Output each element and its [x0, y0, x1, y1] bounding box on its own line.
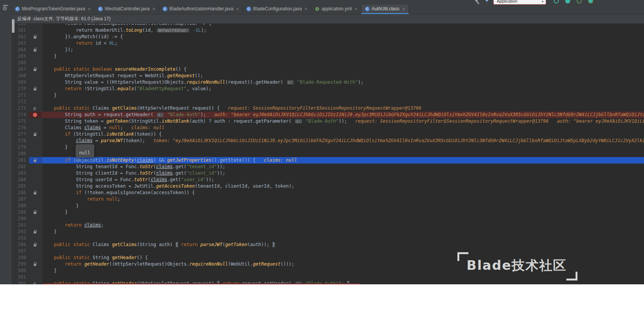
gutter[interactable]: @ [29, 280, 42, 284]
code-line-264[interactable]: 264 }); [11, 47, 644, 53]
scrollbar-thumb[interactable] [12, 19, 15, 33]
code-line-276[interactable]: 276 Claims claims = null; claims: null [11, 125, 644, 131]
line-number[interactable]: 269 [11, 79, 29, 86]
line-number[interactable]: 264 [11, 47, 29, 53]
gutter[interactable] [29, 157, 42, 164]
code-line-262[interactable]: 262 }).anyMatch((id) -> { [11, 34, 644, 40]
line-number[interactable]: 291 [11, 222, 29, 229]
code-line-260[interactable]: 260 return Func.toLongList(roleId).strea… [11, 24, 644, 27]
line-number[interactable]: 272 [11, 99, 29, 105]
tab-MiniProgramTokenGranter.java[interactable]: CMiniProgramTokenGranter.java× [11, 5, 94, 14]
coverage-icon[interactable] [577, 0, 582, 3]
code-line-275[interactable]: 275 String token = getToken(StringUtil.i… [11, 118, 644, 125]
profiler-icon[interactable] [588, 0, 593, 3]
line-number[interactable]: 294 [11, 242, 29, 248]
line-number[interactable]: 285 [11, 183, 29, 190]
line-number[interactable]: 286 [11, 190, 29, 196]
gutter[interactable] [29, 144, 42, 151]
line-number[interactable]: 293 [11, 235, 29, 242]
line-number[interactable]: 290 [11, 216, 29, 222]
gutter[interactable] [29, 222, 42, 229]
line-number[interactable]: 292 [11, 229, 29, 235]
code-line-292[interactable]: 292 } [11, 229, 644, 235]
build-icon[interactable] [475, 0, 480, 5]
gutter[interactable] [29, 47, 42, 53]
code-line-293[interactable]: 293 [11, 235, 644, 242]
code-line-287[interactable]: 287 return null; [11, 196, 644, 203]
gutter[interactable] [29, 255, 42, 261]
tab-close-icon[interactable]: × [236, 6, 239, 11]
gutter[interactable] [29, 27, 42, 34]
code-line-270[interactable]: 270 return !StringUtil.equals("BladeHttp… [11, 86, 644, 92]
gutter[interactable]: @ [29, 105, 42, 112]
tab-BladeConfiguration.java[interactable]: CBladeConfiguration.java× [243, 5, 311, 14]
line-number[interactable]: 271 [11, 92, 29, 99]
gutter[interactable] [29, 242, 42, 248]
gear-icon[interactable]: ⚙ [2, 5, 7, 11]
line-number[interactable]: 268 [11, 73, 29, 79]
gutter[interactable] [29, 235, 42, 242]
gutter[interactable] [29, 261, 42, 268]
gutter[interactable] [29, 34, 42, 40]
line-number[interactable]: 284 [11, 177, 29, 183]
gutter[interactable] [29, 79, 42, 86]
code-line-261[interactable]: 261 return NumberUtil.toLong(id, default… [11, 27, 644, 34]
line-number[interactable]: 302 [11, 280, 29, 284]
line-number[interactable]: 301 [11, 274, 29, 280]
gutter[interactable] [29, 60, 42, 66]
gutter[interactable] [29, 86, 42, 92]
line-number[interactable]: 281 [11, 157, 29, 164]
gutter[interactable] [29, 53, 42, 60]
code-line-291[interactable]: 291 return claims; [11, 222, 644, 229]
line-number[interactable]: 289 [11, 209, 29, 216]
chevron-down-icon[interactable] [485, 0, 489, 2]
code-line-274[interactable]: 274 String auth = request.getHeader( s: … [11, 112, 644, 118]
tab-close-icon[interactable]: × [304, 6, 307, 11]
line-number[interactable]: 276 [11, 125, 29, 131]
gutter[interactable] [29, 24, 42, 27]
gutter[interactable] [29, 229, 42, 235]
run-icon[interactable] [554, 0, 559, 3]
gutter[interactable] [29, 196, 42, 203]
code-line-283[interactable]: 283 String clientId = Func.toStr(claims.… [11, 170, 644, 177]
line-number[interactable]: 273 [11, 105, 29, 112]
gutter[interactable] [29, 131, 42, 138]
breakpoint-icon[interactable] [33, 113, 37, 117]
tab-close-icon[interactable]: × [402, 6, 405, 11]
gutter[interactable] [29, 112, 42, 118]
tab-AuthUtil.class[interactable]: CAuthUtil.class× [361, 5, 409, 14]
line-number[interactable]: 299 [11, 261, 29, 268]
line-number[interactable]: 300 [11, 268, 29, 274]
line-number[interactable]: 262 [11, 34, 29, 40]
code-line-277[interactable]: 277 if (StringUtil.isNotBlank(token)) { [11, 131, 644, 138]
code-line-282[interactable]: 282 String tenantId = Func.toStr(claims.… [11, 164, 644, 170]
gutter[interactable] [29, 274, 42, 280]
line-number[interactable]: 282 [11, 164, 29, 170]
line-number[interactable]: 298 [11, 255, 29, 261]
code-line-269[interactable]: 269 String value = ((HttpServletRequest)… [11, 79, 644, 86]
code-line-279[interactable]: 279 } [11, 144, 644, 151]
code-editor[interactable]: 260 return Func.toLongList(roleId).strea… [11, 24, 644, 284]
gutter[interactable] [29, 40, 42, 47]
line-number[interactable]: 275 [11, 118, 29, 125]
code-line-284[interactable]: 284 String userId = Func.toStr(claims.ge… [11, 177, 644, 183]
line-number[interactable]: 277 [11, 131, 29, 138]
line-number[interactable]: 287 [11, 196, 29, 203]
line-number[interactable]: 297 [11, 248, 29, 255]
code-line-271[interactable]: 271 } [11, 92, 644, 99]
code-line-285[interactable]: 285 String accessToken = JwtUtil.getAcce… [11, 183, 644, 190]
gutter[interactable] [29, 209, 42, 216]
gutter[interactable] [29, 183, 42, 190]
line-number[interactable]: 283 [11, 170, 29, 177]
code-line-266[interactable]: 266 [11, 60, 644, 66]
tab-close-icon[interactable]: × [88, 6, 91, 11]
run-configuration-select[interactable]: Application ▾ [493, 0, 546, 5]
code-line-263[interactable]: 263 return id < 0L; [11, 40, 644, 47]
tab-close-icon[interactable]: × [355, 6, 358, 11]
code-line-268[interactable]: 268 HttpServletRequest request = WebUtil… [11, 73, 644, 79]
tab-WechatController.java[interactable]: CWechatController.java× [94, 5, 159, 14]
gutter[interactable] [29, 73, 42, 79]
code-line-289[interactable]: 289 } [11, 209, 644, 216]
tab-BladeAuthorizationHandler.java[interactable]: CBladeAuthorizationHandler.java× [159, 5, 243, 14]
gutter[interactable] [29, 216, 42, 222]
